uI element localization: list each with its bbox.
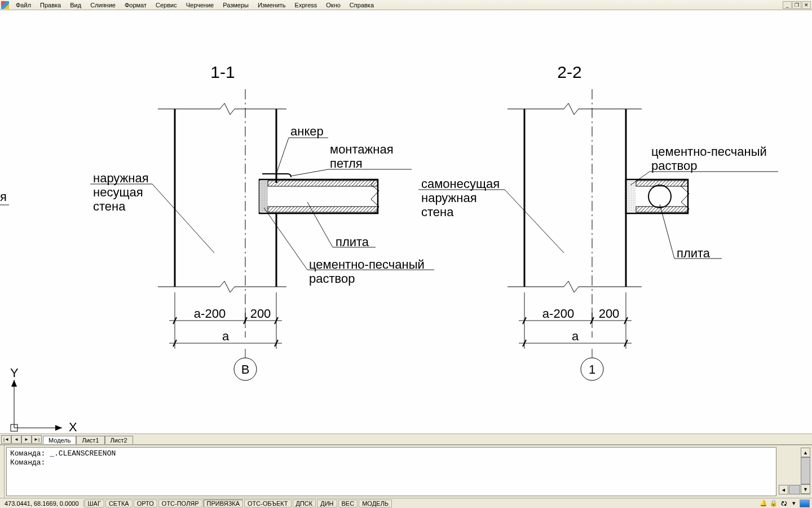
menu-dimensions[interactable]: Размеры [218,1,253,9]
menu-express[interactable]: Express [290,1,322,9]
tab-next-button[interactable]: ► [21,435,32,444]
cmd-scroll-left[interactable]: ◄ [779,485,788,494]
menu-help[interactable]: Справка [345,1,378,9]
label-cement-1b: раствор [309,271,355,286]
menu-file[interactable]: Файл [11,1,36,9]
restore-button[interactable]: ❐ [792,1,801,9]
label-cement-2b: раствор [651,159,697,173]
menu-merge[interactable]: Слияние [86,1,120,9]
cmd-scroll-thumb-v[interactable] [801,457,810,484]
ucs-y-label: Y [10,366,19,380]
cleanscreen-toggle-icon[interactable] [800,500,810,507]
dim-a-200-1: а-200 [194,306,226,321]
dim-200-2: 200 [599,306,620,321]
status-refresh-icon[interactable]: 🗘 [779,499,788,508]
label-mount-loop-2: петля [330,156,363,170]
menu-draw[interactable]: Черчение [182,1,219,9]
label-anchor: анкер [290,124,324,138]
status-toggle-вес[interactable]: ВЕС [338,500,358,507]
status-toggle-сетка[interactable]: СЕТКА [105,500,133,507]
menu-edit[interactable]: Правка [36,1,65,9]
svg-line-45 [505,190,564,253]
cmd-line-2: Команда: [10,458,45,467]
svg-line-12 [290,169,328,176]
menu-format[interactable]: Формат [120,1,151,9]
svg-marker-62 [11,380,17,387]
menu-window[interactable]: Окно [321,1,345,9]
tab-prev-button[interactable]: ◄ [11,435,21,444]
dim-200-1: 200 [250,306,271,321]
svg-line-18 [152,184,214,253]
tab-model[interactable]: Модель [43,436,76,444]
cmd-scroll-thumb-h[interactable] [789,485,800,494]
minimize-button[interactable]: _ [783,1,792,9]
cmd-scroll-down[interactable]: ▼ [801,484,810,494]
label-self-wall-3: стена [421,205,454,219]
label-cropped: я [0,190,7,204]
cmd-line-1: Команда: _.CLEANSCREENON [10,449,116,458]
status-toggle-дпск[interactable]: ДПСК [293,500,316,507]
svg-marker-60 [55,425,62,431]
menubar: Файл Правка Вид Слияние Формат Сервис Че… [0,0,812,10]
label-cement-1a: цементно-песчаный [309,257,425,271]
command-input[interactable]: Команда: _.CLEANSCREENON Команда: [6,447,776,496]
section-1-title: 1-1 [210,63,235,81]
section-2-title: 2-2 [557,63,581,81]
label-mount-loop-1: монтажная [330,142,394,156]
status-coordinates: 473.0441, 68.1669, 0.0000 [0,500,84,507]
dim-a-1: а [222,329,230,343]
svg-rect-7 [259,181,268,212]
svg-rect-8 [268,181,378,186]
label-plate-1: плита [336,235,369,249]
dim-a-200-2: а-200 [542,306,574,321]
label-ext-wall-2: несущая [93,185,143,199]
tab-sheet1[interactable]: Лист1 [76,436,104,444]
close-button[interactable]: ✕ [802,1,811,9]
label-ext-wall-3: стена [93,199,126,213]
axis-b-label: В [241,362,250,376]
drawing-svg: 1-1 анкер монтажная петля плита цементно… [0,10,812,433]
app-icon [1,1,9,9]
status-comm-icon[interactable]: 🔔 [759,499,768,508]
command-window: Команда: _.CLEANSCREENON Команда: ◄ ► ▲ … [0,445,812,498]
status-bar: 473.0441, 68.1669, 0.0000 ШАГСЕТКАОРТООТ… [0,498,812,508]
status-toggle-модель[interactable]: МОДЕЛЬ [359,500,392,507]
ucs-x-label: X [69,420,77,433]
tab-first-button[interactable]: |◄ [1,435,11,444]
menu-modify[interactable]: Изменить [253,1,290,9]
svg-line-16 [264,208,307,270]
status-tray-icon[interactable]: ▾ [789,499,798,508]
status-toggle-привязка[interactable]: ПРИВЯЗКА [204,500,243,507]
status-toggle-дин[interactable]: ДИН [317,500,337,507]
layout-tabs-bar: |◄ ◄ ► ►| Модель Лист1 Лист2 [0,433,812,445]
label-cement-2a: цементно-песчаный [651,144,767,159]
tab-last-button[interactable]: ►| [32,435,42,444]
dim-a-2: а [572,329,579,343]
menu-tools[interactable]: Сервис [151,1,182,9]
label-self-wall-1: самонесущая [421,177,500,191]
tab-sheet2[interactable]: Лист2 [105,436,133,444]
status-lock-icon[interactable]: 🔒 [769,499,778,508]
svg-rect-37 [626,181,636,212]
command-resize-grip[interactable] [0,445,5,498]
menu-view[interactable]: Вид [65,1,86,9]
status-toggle-орто[interactable]: ОРТО [134,500,157,507]
status-toggle-шаг[interactable]: ШАГ [85,500,104,507]
drawing-canvas[interactable]: 1-1 анкер монтажная петля плита цементно… [0,10,812,433]
status-toggle-отс-объект[interactable]: ОТС-ОБЪЕКТ [244,500,291,507]
cmd-scroll-up[interactable]: ▲ [801,448,810,457]
status-toggle-отс-поляр[interactable]: ОТС-ПОЛЯР [158,500,202,507]
label-ext-wall-1: наружная [93,171,149,185]
label-plate-2: плита [677,246,710,260]
ucs-icon: X Y [10,366,77,433]
svg-line-10 [276,138,289,174]
label-self-wall-2: наружная [421,191,477,205]
svg-rect-9 [268,207,378,212]
axis-1-label: 1 [589,362,595,376]
